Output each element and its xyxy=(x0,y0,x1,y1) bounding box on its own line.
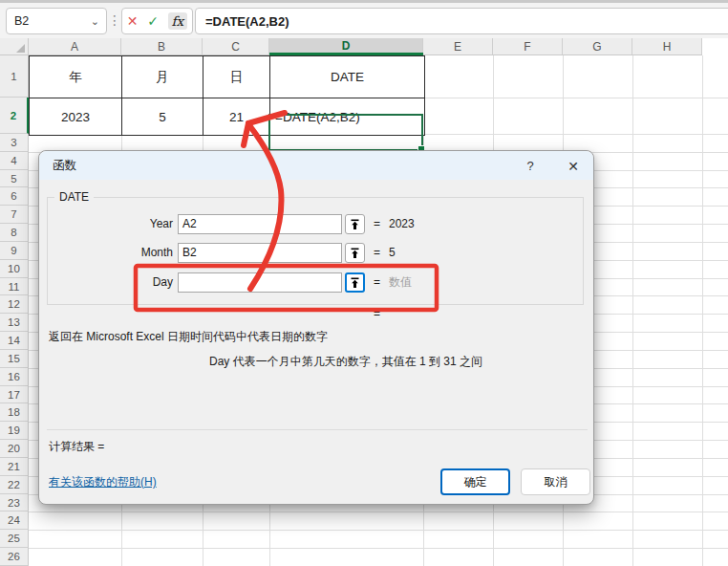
row-header-24[interactable]: 24 xyxy=(0,512,29,530)
month-result: 5 xyxy=(389,243,396,263)
year-input[interactable]: A2 xyxy=(178,214,342,234)
row-header-15[interactable]: 15 xyxy=(0,350,29,368)
column-header-G[interactable]: G xyxy=(563,38,632,55)
column-header-B[interactable]: B xyxy=(121,38,203,55)
cancel-icon[interactable]: ✕ xyxy=(127,13,139,29)
row-header-25[interactable]: 25 xyxy=(0,530,29,548)
row-header-13[interactable]: 13 xyxy=(0,314,29,332)
dialog-divider xyxy=(47,429,588,430)
function-help-link[interactable]: 有关该函数的帮助(H) xyxy=(49,474,157,490)
month-collapse-button[interactable] xyxy=(345,243,365,263)
ok-button[interactable]: 确定 xyxy=(440,468,510,495)
cell-C1[interactable]: 日 xyxy=(203,56,270,98)
row-header-9[interactable]: 9 xyxy=(0,242,29,260)
day-label: Day xyxy=(77,272,173,293)
formula-text: =DATE(A2,B2) xyxy=(196,14,289,29)
row-header-5[interactable]: 5 xyxy=(0,170,29,187)
year-label: Year xyxy=(77,214,173,234)
chevron-down-icon[interactable]: ⌄ xyxy=(91,15,106,28)
month-label: Month xyxy=(77,243,173,263)
cell-B1[interactable]: 月 xyxy=(122,56,203,98)
year-argument-row: Year A2 = 2023 xyxy=(39,214,593,234)
select-all-corner[interactable] xyxy=(0,38,29,55)
cell-D1[interactable]: DATE xyxy=(270,56,424,98)
row-header-6[interactable]: 6 xyxy=(0,187,29,206)
row-header-20[interactable]: 20 xyxy=(0,440,29,458)
gridline xyxy=(632,55,633,566)
gridline xyxy=(29,530,728,531)
row-header-16[interactable]: 16 xyxy=(0,368,29,386)
year-result: 2023 xyxy=(389,214,415,234)
cell-C2[interactable]: 21 xyxy=(203,98,270,135)
function-arguments-dialog: 函数 ? ✕ DATE Year A2 = 2023 Month B2 = 5 … xyxy=(38,150,594,505)
active-cell-selection xyxy=(268,114,423,151)
row-header-10[interactable]: 10 xyxy=(0,260,29,278)
row-header-2[interactable]: 2 xyxy=(0,98,29,134)
row-header-18[interactable]: 18 xyxy=(0,403,29,422)
enter-icon[interactable]: ✓ xyxy=(147,13,159,29)
formula-bar-row: B2 ⌄ ⋮ ✕ ✓ fx =DATE(A2,B2) xyxy=(0,3,728,39)
column-header-A[interactable]: A xyxy=(29,38,121,55)
insert-function-icon[interactable]: fx xyxy=(168,12,188,30)
collapse-dialog-icon xyxy=(350,277,360,289)
month-equals: = xyxy=(374,243,380,263)
row-header-7[interactable]: 7 xyxy=(0,206,29,224)
day-collapse-button[interactable] xyxy=(345,272,365,293)
day-argument-row: Day = 数值 xyxy=(39,272,593,293)
dialog-titlebar[interactable]: 函数 xyxy=(39,151,593,180)
row-header-21[interactable]: 21 xyxy=(0,458,29,476)
row-header-4[interactable]: 4 xyxy=(0,152,29,170)
date-group-label: DATE xyxy=(54,190,94,204)
row-header-1[interactable]: 1 xyxy=(0,55,29,98)
row-header-23[interactable]: 23 xyxy=(0,494,29,512)
calculation-result-label: 计算结果 = xyxy=(49,439,104,455)
row-header-3[interactable]: 3 xyxy=(0,134,29,152)
gridline xyxy=(702,55,703,566)
formula-result-equals: = xyxy=(374,307,380,320)
more-options-icon[interactable]: ⋮ xyxy=(108,11,121,30)
month-input[interactable]: B2 xyxy=(178,243,342,263)
row-header-19[interactable]: 19 xyxy=(0,422,29,440)
row-header-8[interactable]: 8 xyxy=(0,224,29,242)
year-collapse-button[interactable] xyxy=(345,214,365,234)
row-header-17[interactable]: 17 xyxy=(0,386,29,403)
cell-A2[interactable]: 2023 xyxy=(30,98,122,135)
cancel-button[interactable]: 取消 xyxy=(521,468,590,495)
column-header-H[interactable]: H xyxy=(632,38,702,55)
day-equals: = xyxy=(374,272,380,293)
formula-bar-buttons: ✕ ✓ fx xyxy=(121,8,193,34)
function-description: 返回在 Microsoft Excel 日期时间代码中代表日期的数字 xyxy=(49,329,328,345)
excel-window: B2 ⌄ ⋮ ✕ ✓ fx =DATE(A2,B2) ABCDEFGH12345… xyxy=(0,0,728,566)
day-result-placeholder: 数值 xyxy=(389,272,412,293)
month-argument-row: Month B2 = 5 xyxy=(39,243,593,263)
name-box[interactable]: B2 ⌄ xyxy=(6,8,107,34)
column-header-E[interactable]: E xyxy=(423,38,493,55)
row-header-14[interactable]: 14 xyxy=(0,332,29,350)
cell-A1[interactable]: 年 xyxy=(30,56,122,98)
dialog-help-icon[interactable]: ? xyxy=(522,158,539,175)
row-header-12[interactable]: 12 xyxy=(0,295,29,314)
close-icon[interactable]: ✕ xyxy=(564,157,583,176)
name-box-value: B2 xyxy=(7,14,91,28)
column-header-F[interactable]: F xyxy=(493,38,563,55)
dialog-title: 函数 xyxy=(39,158,76,174)
collapse-dialog-icon xyxy=(350,248,360,259)
gridline xyxy=(29,548,728,549)
column-header-C[interactable]: C xyxy=(203,38,269,55)
cell-B2[interactable]: 5 xyxy=(122,98,203,135)
day-input[interactable] xyxy=(178,272,342,293)
year-equals: = xyxy=(374,214,380,234)
formula-input[interactable]: =DATE(A2,B2) xyxy=(195,8,728,34)
collapse-dialog-icon xyxy=(350,219,360,230)
row-header-26[interactable]: 26 xyxy=(0,548,29,566)
argument-description: Day 代表一个月中第几天的数字，其值在 1 到 31 之间 xyxy=(209,354,482,370)
data-table: 年 月 日 DATE 2023 5 21 =DATE(A2,B2) xyxy=(29,55,425,136)
row-header-22[interactable]: 22 xyxy=(0,476,29,494)
row-header-11[interactable]: 11 xyxy=(0,278,29,295)
gridline xyxy=(29,512,728,512)
